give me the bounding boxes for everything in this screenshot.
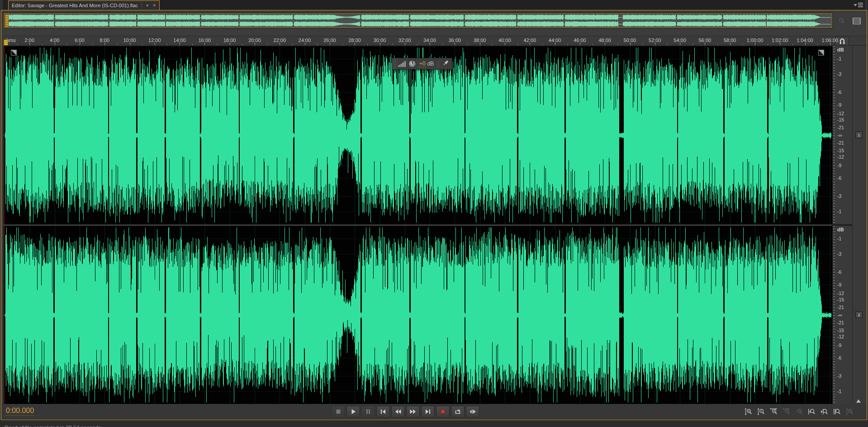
zoom-in-time-button[interactable] xyxy=(768,407,779,417)
channel-1-badge[interactable]: 1 xyxy=(855,131,863,138)
timeline-tick xyxy=(530,42,530,45)
close-icon[interactable]: × xyxy=(153,3,156,8)
panel-drag-grip-left[interactable] xyxy=(0,0,3,10)
timeline-tick xyxy=(693,44,693,45)
db-mark-label: -6 xyxy=(837,175,841,181)
timeline-tick xyxy=(555,42,555,45)
tab-editor[interactable]: Editor: Savage - Greatest Hits And More … xyxy=(8,0,160,10)
timeline-tick xyxy=(755,42,755,45)
skip-to-end-icon xyxy=(424,408,432,415)
snap-magnet-icon xyxy=(839,38,846,45)
fade-in-handle[interactable] xyxy=(11,50,17,56)
skip-to-end-button[interactable] xyxy=(421,406,435,418)
rewind-icon xyxy=(394,408,402,415)
db-mark-label: -15 xyxy=(837,328,844,333)
hud-drag-grip[interactable] xyxy=(392,58,396,69)
timeline-tick xyxy=(267,44,268,45)
db-mark-label: -15 xyxy=(837,148,844,153)
timeline-tick xyxy=(417,44,417,45)
db-scale-channel-1[interactable]: dB-1-1-3-3-6-6-9-9-12-12-15-15-21-21-∞ xyxy=(833,46,852,224)
panel-menu-icon[interactable] xyxy=(854,2,863,8)
status-text: Read of file completed in 29.64 seconds xyxy=(5,425,101,427)
timeline-tick xyxy=(768,44,768,45)
zoom-to-selection-button[interactable] xyxy=(832,407,842,417)
timeline-tick xyxy=(355,42,355,45)
db-mark-label: -9 xyxy=(837,282,841,287)
timeline-ruler[interactable]: hms 2:004:006:008:0010:0012:0014:0016:00… xyxy=(4,36,867,46)
timeline-tick xyxy=(217,44,218,45)
db-scale-column[interactable]: dB-1-1-3-3-6-6-9-9-12-12-15-15-21-21-∞ d… xyxy=(832,46,852,404)
zoom-out-amplitude-button[interactable] xyxy=(756,407,766,417)
db-mark-label: -21 xyxy=(837,125,844,130)
timeline-tick xyxy=(317,44,318,45)
timeline-tick xyxy=(380,42,380,45)
timeline-tick xyxy=(42,44,43,45)
db-mark-label: -1 xyxy=(837,389,841,394)
zoom-in-time-icon xyxy=(770,408,778,415)
timeline-tick xyxy=(655,42,655,45)
playhead-line[interactable] xyxy=(5,46,5,404)
db-mark-label: -∞ xyxy=(837,132,842,138)
panel-drag-grip-right[interactable] xyxy=(865,0,868,10)
timeline-tick xyxy=(430,42,430,45)
scroll-up-arrow-icon[interactable] xyxy=(856,399,861,403)
tab-divider xyxy=(142,3,142,8)
zoom-to-out-point-button[interactable] xyxy=(819,407,830,417)
skip-selection-icon xyxy=(469,408,476,415)
timeline-tick xyxy=(392,44,393,45)
zoom-in-amplitude-button[interactable] xyxy=(743,407,754,417)
db-mark-label: -3 xyxy=(837,251,841,257)
overview-waveform-canvas[interactable] xyxy=(4,14,832,28)
skip-selection-button[interactable] xyxy=(466,406,479,418)
overview-playhead-handle[interactable] xyxy=(5,14,9,27)
skip-to-start-button[interactable] xyxy=(376,406,390,418)
db-mark-label: -21 xyxy=(837,140,844,145)
chevron-down-icon[interactable]: ▼ xyxy=(146,4,149,8)
stop-button xyxy=(332,406,345,418)
zoom-out-time-icon xyxy=(783,408,790,415)
rewind-button[interactable] xyxy=(391,406,405,418)
timeline-tick xyxy=(117,44,118,45)
panel-menu-triangle-icon xyxy=(854,4,857,6)
timeline-tick xyxy=(80,42,80,45)
timeline-tick xyxy=(242,44,242,45)
gain-value[interactable]: +0 xyxy=(419,61,426,67)
timeline-tick xyxy=(130,42,130,45)
status-bar: Read of file completed in 29.64 seconds xyxy=(0,420,868,427)
db-mark-label: -∞ xyxy=(837,312,842,318)
zoom-out-time-button xyxy=(781,407,792,417)
timeline-tick xyxy=(542,44,543,45)
db-mark-label: -12 xyxy=(837,111,844,116)
zoom-out-full-icon xyxy=(795,408,803,415)
timeline-tick xyxy=(330,42,330,45)
time-display[interactable]: 0:00.000 xyxy=(6,407,34,416)
pause-button xyxy=(361,406,375,418)
play-button[interactable] xyxy=(346,406,360,418)
timeline-tick xyxy=(730,42,730,45)
record-button[interactable] xyxy=(436,406,450,418)
db-scale-channel-2[interactable]: dB-1-1-3-3-6-6-9-9-12-12-15-15-21-21-∞ xyxy=(833,226,852,404)
overview-navigator[interactable] xyxy=(4,13,832,28)
waveform-display[interactable]: +0 dB xyxy=(4,46,832,404)
db-mark-label: -12 xyxy=(837,291,844,296)
editor-display-menu-icon[interactable] xyxy=(851,16,862,26)
timeline-tick xyxy=(342,44,343,45)
db-mark-label: -21 xyxy=(837,320,844,325)
waveform-canvas[interactable] xyxy=(4,46,832,404)
gain-knob[interactable] xyxy=(408,60,416,68)
playhead-handle[interactable] xyxy=(4,39,8,46)
channel-2-badge[interactable]: 2 xyxy=(855,311,863,318)
loop-playback-icon xyxy=(454,408,461,415)
db-mark-label: -6 xyxy=(837,355,841,361)
db-mark-label: -9 xyxy=(837,343,841,348)
loop-playback-button[interactable] xyxy=(451,406,465,418)
zoom-to-selection-icon xyxy=(833,408,841,415)
timeline-tick xyxy=(780,42,780,45)
fast-forward-button[interactable] xyxy=(406,406,420,418)
pin-icon[interactable] xyxy=(442,60,449,68)
zoom-out-amplitude-icon xyxy=(757,408,765,415)
timeline-tick xyxy=(405,42,405,45)
transport-controls xyxy=(332,406,479,418)
fade-out-handle[interactable] xyxy=(818,50,824,56)
zoom-to-in-point-button[interactable] xyxy=(806,407,817,417)
